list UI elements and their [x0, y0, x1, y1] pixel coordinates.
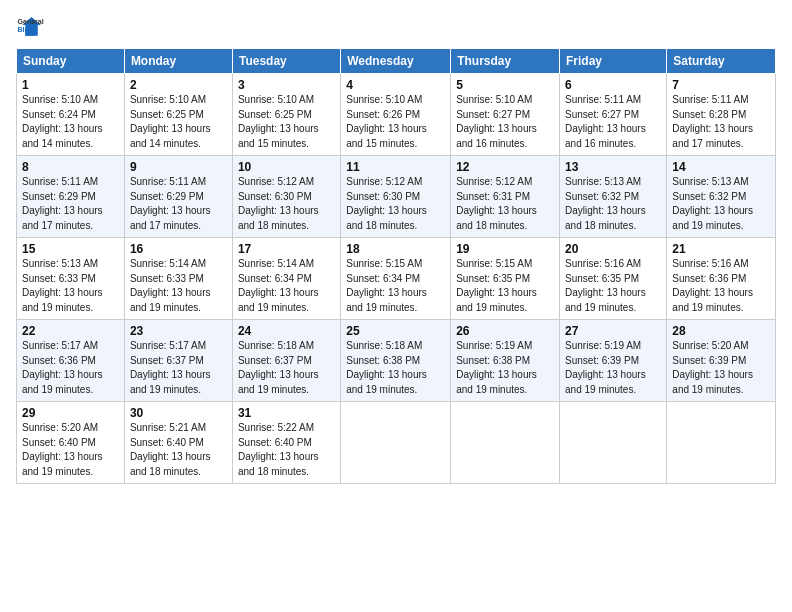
sunrise-label: Sunrise: 5:11 AM: [565, 94, 641, 105]
sunset-label: Sunset: 6:35 PM: [456, 273, 530, 284]
daylight-label: Daylight: 13 hours and 18 minutes.: [130, 451, 211, 477]
day-info: Sunrise: 5:11 AM Sunset: 6:29 PM Dayligh…: [22, 175, 119, 233]
daylight-label: Daylight: 13 hours and 19 minutes.: [672, 205, 753, 231]
day-cell: 18 Sunrise: 5:15 AM Sunset: 6:34 PM Dayl…: [341, 238, 451, 320]
sunset-label: Sunset: 6:27 PM: [565, 109, 639, 120]
sunrise-label: Sunrise: 5:13 AM: [672, 176, 748, 187]
week-row-1: 1 Sunrise: 5:10 AM Sunset: 6:24 PM Dayli…: [17, 74, 776, 156]
daylight-label: Daylight: 13 hours and 18 minutes.: [565, 205, 646, 231]
daylight-label: Daylight: 13 hours and 14 minutes.: [22, 123, 103, 149]
sunset-label: Sunset: 6:30 PM: [238, 191, 312, 202]
day-cell: 21 Sunrise: 5:16 AM Sunset: 6:36 PM Dayl…: [667, 238, 776, 320]
sunrise-label: Sunrise: 5:18 AM: [346, 340, 422, 351]
week-row-2: 8 Sunrise: 5:11 AM Sunset: 6:29 PM Dayli…: [17, 156, 776, 238]
day-info: Sunrise: 5:15 AM Sunset: 6:35 PM Dayligh…: [456, 257, 554, 315]
day-number: 12: [456, 160, 554, 174]
day-cell: [341, 402, 451, 484]
sunset-label: Sunset: 6:29 PM: [130, 191, 204, 202]
day-info: Sunrise: 5:10 AM Sunset: 6:26 PM Dayligh…: [346, 93, 445, 151]
day-number: 9: [130, 160, 227, 174]
sunrise-label: Sunrise: 5:12 AM: [346, 176, 422, 187]
day-cell: 25 Sunrise: 5:18 AM Sunset: 6:38 PM Dayl…: [341, 320, 451, 402]
day-number: 22: [22, 324, 119, 338]
day-cell: 15 Sunrise: 5:13 AM Sunset: 6:33 PM Dayl…: [17, 238, 125, 320]
day-info: Sunrise: 5:16 AM Sunset: 6:35 PM Dayligh…: [565, 257, 661, 315]
day-number: 5: [456, 78, 554, 92]
day-info: Sunrise: 5:13 AM Sunset: 6:33 PM Dayligh…: [22, 257, 119, 315]
day-info: Sunrise: 5:19 AM Sunset: 6:39 PM Dayligh…: [565, 339, 661, 397]
col-header-saturday: Saturday: [667, 49, 776, 74]
day-info: Sunrise: 5:16 AM Sunset: 6:36 PM Dayligh…: [672, 257, 770, 315]
sunrise-label: Sunrise: 5:15 AM: [346, 258, 422, 269]
svg-text:General: General: [18, 18, 44, 25]
sunset-label: Sunset: 6:31 PM: [456, 191, 530, 202]
sunrise-label: Sunrise: 5:10 AM: [456, 94, 532, 105]
sunset-label: Sunset: 6:39 PM: [565, 355, 639, 366]
day-cell: 22 Sunrise: 5:17 AM Sunset: 6:36 PM Dayl…: [17, 320, 125, 402]
header: General Blue: [16, 14, 776, 42]
day-number: 23: [130, 324, 227, 338]
daylight-label: Daylight: 13 hours and 19 minutes.: [22, 287, 103, 313]
day-info: Sunrise: 5:11 AM Sunset: 6:29 PM Dayligh…: [130, 175, 227, 233]
calendar-header-row: SundayMondayTuesdayWednesdayThursdayFrid…: [17, 49, 776, 74]
sunset-label: Sunset: 6:36 PM: [672, 273, 746, 284]
sunrise-label: Sunrise: 5:10 AM: [130, 94, 206, 105]
col-header-sunday: Sunday: [17, 49, 125, 74]
day-number: 10: [238, 160, 335, 174]
daylight-label: Daylight: 13 hours and 19 minutes.: [22, 369, 103, 395]
sunrise-label: Sunrise: 5:22 AM: [238, 422, 314, 433]
day-cell: [560, 402, 667, 484]
sunset-label: Sunset: 6:38 PM: [346, 355, 420, 366]
daylight-label: Daylight: 13 hours and 19 minutes.: [672, 369, 753, 395]
day-info: Sunrise: 5:15 AM Sunset: 6:34 PM Dayligh…: [346, 257, 445, 315]
day-info: Sunrise: 5:19 AM Sunset: 6:38 PM Dayligh…: [456, 339, 554, 397]
day-cell: 19 Sunrise: 5:15 AM Sunset: 6:35 PM Dayl…: [451, 238, 560, 320]
sunrise-label: Sunrise: 5:10 AM: [22, 94, 98, 105]
day-cell: [451, 402, 560, 484]
sunset-label: Sunset: 6:32 PM: [565, 191, 639, 202]
day-cell: 11 Sunrise: 5:12 AM Sunset: 6:30 PM Dayl…: [341, 156, 451, 238]
day-info: Sunrise: 5:18 AM Sunset: 6:37 PM Dayligh…: [238, 339, 335, 397]
sunset-label: Sunset: 6:40 PM: [238, 437, 312, 448]
day-number: 3: [238, 78, 335, 92]
calendar-body: 1 Sunrise: 5:10 AM Sunset: 6:24 PM Dayli…: [17, 74, 776, 484]
day-number: 16: [130, 242, 227, 256]
sunset-label: Sunset: 6:34 PM: [346, 273, 420, 284]
sunset-label: Sunset: 6:28 PM: [672, 109, 746, 120]
daylight-label: Daylight: 13 hours and 17 minutes.: [22, 205, 103, 231]
day-number: 14: [672, 160, 770, 174]
day-info: Sunrise: 5:10 AM Sunset: 6:27 PM Dayligh…: [456, 93, 554, 151]
day-info: Sunrise: 5:17 AM Sunset: 6:37 PM Dayligh…: [130, 339, 227, 397]
daylight-label: Daylight: 13 hours and 19 minutes.: [565, 287, 646, 313]
sunrise-label: Sunrise: 5:14 AM: [238, 258, 314, 269]
daylight-label: Daylight: 13 hours and 16 minutes.: [565, 123, 646, 149]
svg-text:Blue: Blue: [18, 26, 33, 33]
day-cell: 29 Sunrise: 5:20 AM Sunset: 6:40 PM Dayl…: [17, 402, 125, 484]
day-cell: 8 Sunrise: 5:11 AM Sunset: 6:29 PM Dayli…: [17, 156, 125, 238]
sunrise-label: Sunrise: 5:20 AM: [672, 340, 748, 351]
sunrise-label: Sunrise: 5:13 AM: [22, 258, 98, 269]
day-cell: 9 Sunrise: 5:11 AM Sunset: 6:29 PM Dayli…: [124, 156, 232, 238]
day-cell: 13 Sunrise: 5:13 AM Sunset: 6:32 PM Dayl…: [560, 156, 667, 238]
daylight-label: Daylight: 13 hours and 17 minutes.: [672, 123, 753, 149]
page: General Blue SundayMondayTuesdayWednesda…: [0, 0, 792, 612]
day-info: Sunrise: 5:14 AM Sunset: 6:33 PM Dayligh…: [130, 257, 227, 315]
col-header-wednesday: Wednesday: [341, 49, 451, 74]
sunrise-label: Sunrise: 5:12 AM: [238, 176, 314, 187]
sunset-label: Sunset: 6:38 PM: [456, 355, 530, 366]
day-cell: 1 Sunrise: 5:10 AM Sunset: 6:24 PM Dayli…: [17, 74, 125, 156]
sunset-label: Sunset: 6:39 PM: [672, 355, 746, 366]
col-header-tuesday: Tuesday: [232, 49, 340, 74]
day-cell: 16 Sunrise: 5:14 AM Sunset: 6:33 PM Dayl…: [124, 238, 232, 320]
sunrise-label: Sunrise: 5:17 AM: [22, 340, 98, 351]
day-number: 29: [22, 406, 119, 420]
daylight-label: Daylight: 13 hours and 16 minutes.: [456, 123, 537, 149]
sunset-label: Sunset: 6:36 PM: [22, 355, 96, 366]
day-number: 11: [346, 160, 445, 174]
sunset-label: Sunset: 6:24 PM: [22, 109, 96, 120]
day-info: Sunrise: 5:10 AM Sunset: 6:25 PM Dayligh…: [238, 93, 335, 151]
daylight-label: Daylight: 13 hours and 19 minutes.: [238, 287, 319, 313]
week-row-5: 29 Sunrise: 5:20 AM Sunset: 6:40 PM Dayl…: [17, 402, 776, 484]
day-number: 4: [346, 78, 445, 92]
sunrise-label: Sunrise: 5:18 AM: [238, 340, 314, 351]
